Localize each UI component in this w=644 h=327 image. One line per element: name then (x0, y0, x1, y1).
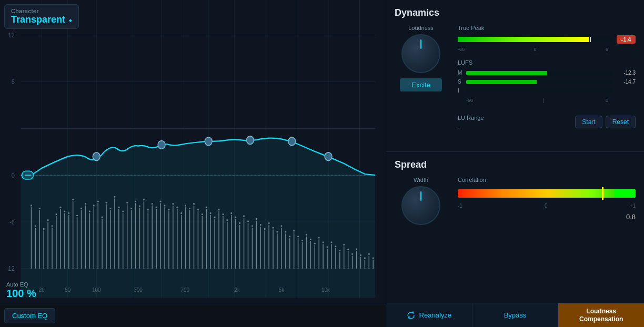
lufs-i-row: I (458, 88, 636, 94)
start-button[interactable]: Start (575, 116, 602, 128)
lufs-s-bar (466, 80, 613, 84)
excite-button[interactable]: Excite (400, 78, 442, 91)
lufs-s-fill (466, 80, 537, 84)
loudness-label: Loudness (408, 25, 434, 31)
spread-title: Spread (395, 159, 636, 170)
reanalyze-button[interactable]: Reanalyze (386, 303, 472, 327)
loudness-comp-line2: Compensation (579, 315, 623, 323)
lufs-s-value: -14.7 (617, 79, 636, 85)
lufs-m-fill (466, 71, 547, 75)
action-bar: Reanalyze Bypass Loudness Compensation (386, 303, 644, 327)
bypass-button[interactable]: Bypass (472, 303, 559, 327)
svg-point-190 (158, 141, 165, 149)
correlation-label: Correlation (458, 177, 636, 183)
true-peak-value: -1.4 (617, 35, 636, 44)
svg-text:20: 20 (39, 287, 45, 293)
lufs-m-row: M -12.3 (458, 70, 636, 76)
dynamics-title: Dynamics (395, 7, 636, 18)
width-label: Width (414, 177, 428, 183)
auto-eq-value: 100 % (6, 288, 36, 300)
knob-indicator (420, 39, 421, 49)
lufs-i-bar (466, 89, 613, 93)
loudness-knob[interactable] (401, 34, 440, 73)
correlation-scale: -1 0 +1 (458, 203, 636, 209)
character-arrow-icon: ⬥ (68, 16, 72, 24)
svg-point-192 (247, 136, 254, 145)
character-box[interactable]: Character Transparent ⬥ (4, 4, 79, 29)
svg-point-191 (205, 137, 212, 146)
correlation-column: Correlation -1 0 +1 0.8 (458, 177, 636, 225)
svg-text:-12: -12 (6, 265, 15, 272)
loudness-compensation-button[interactable]: Loudness Compensation (558, 303, 644, 327)
width-knob-indicator (420, 191, 421, 201)
reanalyze-icon (407, 311, 415, 320)
svg-text:300: 300 (134, 287, 143, 293)
svg-text:50: 50 (65, 287, 71, 293)
true-peak-label: True Peak (458, 25, 636, 31)
lufs-i-channel: I (458, 88, 463, 94)
svg-text:700: 700 (180, 287, 189, 293)
svg-point-194 (325, 152, 332, 161)
right-panel: Dynamics Loudness Excite True Peak (386, 0, 644, 327)
lufs-section: LUFS M -12.3 S (458, 59, 636, 103)
true-peak-bar (458, 37, 612, 42)
dynamics-section: Dynamics Loudness Excite True Peak (386, 0, 644, 152)
metrics-column: True Peak -1.4 -60 (458, 25, 636, 131)
correlation-indicator (602, 187, 603, 200)
lufs-label: LUFS (458, 59, 636, 66)
eq-graph-area: 12 6 0 -6 -12 20 50 100 300 700 2k 5k 10… (0, 0, 386, 327)
svg-text:2k: 2k (234, 287, 240, 293)
lufs-s-row: S -14.7 (458, 79, 636, 85)
loudness-comp-line1: Loudness (586, 308, 616, 315)
svg-text:0: 0 (12, 172, 15, 179)
loudness-column: Loudness Excite (395, 25, 447, 131)
svg-text:-6: -6 (9, 219, 15, 226)
lufs-m-bar (466, 71, 613, 75)
true-peak-meter-row: -1.4 (458, 35, 636, 44)
left-panel: Character Transparent ⬥ (0, 0, 386, 327)
lufs-m-value: -12.3 (617, 70, 636, 76)
svg-text:10k: 10k (321, 287, 330, 293)
correlation-gradient (458, 189, 636, 198)
correlation-bar (458, 189, 636, 198)
character-label: Character (11, 8, 72, 14)
width-column: Width (395, 177, 447, 225)
svg-text:100: 100 (92, 287, 101, 293)
correlation-value: 0.8 (458, 213, 636, 221)
svg-point-193 (288, 137, 296, 146)
width-knob[interactable] (401, 186, 440, 225)
spread-content: Width Correlation -1 (395, 177, 636, 225)
lufs-s-channel: S (458, 79, 463, 85)
footer-bar: Custom EQ (0, 304, 386, 327)
lu-range-value: - (458, 124, 460, 130)
character-value: Transparent ⬥ (11, 14, 72, 25)
svg-point-189 (93, 152, 100, 161)
lu-range-row: LU Range - Start Reset (458, 113, 636, 131)
reset-button[interactable]: Reset (606, 116, 636, 128)
svg-text:6: 6 (12, 78, 15, 85)
svg-text:12: 12 (8, 32, 15, 39)
svg-text:5k: 5k (279, 287, 285, 293)
lufs-m-channel: M (458, 70, 463, 76)
spread-section: Spread Width Correlation (386, 152, 644, 303)
eq-svg: 12 6 0 -6 -12 20 50 100 300 700 2k 5k 10… (0, 0, 386, 327)
lu-range-label: LU Range (458, 115, 484, 121)
correlation-green (614, 189, 636, 198)
true-peak-section: True Peak -1.4 -60 (458, 25, 636, 52)
true-peak-fill (458, 37, 589, 42)
dynamics-content: Loudness Excite True Peak (395, 25, 636, 131)
custom-eq-button[interactable]: Custom EQ (4, 308, 55, 323)
auto-eq-info: Auto EQ 100 % (6, 281, 36, 300)
auto-eq-label: Auto EQ (6, 281, 36, 288)
